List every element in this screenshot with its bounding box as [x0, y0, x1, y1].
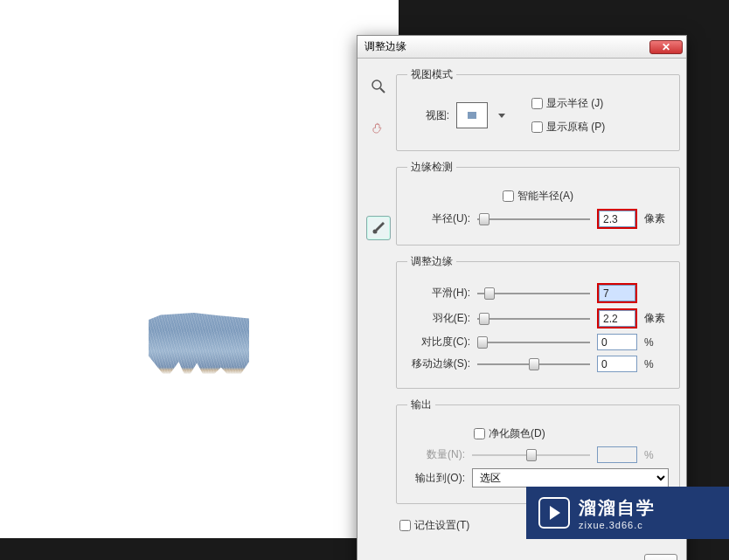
feather-unit: 像素 — [644, 311, 669, 326]
output-legend: 输出 — [407, 398, 435, 412]
show-radius-checkbox[interactable]: 显示半径 (J) — [531, 96, 605, 111]
output-to-select[interactable]: 选区 — [472, 468, 669, 487]
feather-input[interactable] — [599, 310, 635, 327]
amount-input — [597, 446, 637, 463]
radius-highlight — [597, 209, 637, 229]
close-button[interactable]: ✕ — [649, 40, 683, 54]
view-label: 视图: — [407, 108, 449, 123]
output-to-label: 输出到(O): — [407, 471, 465, 486]
amount-slider — [472, 454, 590, 456]
refine-edge-dialog: 调整边缘 ✕ 视图模式 视图: — [357, 35, 687, 560]
hand-icon — [371, 121, 386, 136]
radius-label: 半径(U): — [407, 211, 470, 226]
dialog-title: 调整边缘 — [364, 39, 406, 54]
view-mode-group: 视图模式 视图: 显示半径 (J) 显示原稿 (P) — [396, 67, 680, 151]
brush-icon — [371, 220, 386, 236]
view-menu-icon[interactable] — [498, 114, 505, 118]
shift-edge-label: 移动边缘(S): — [407, 356, 470, 371]
dialog-titlebar[interactable]: 调整边缘 ✕ — [358, 36, 686, 59]
play-icon — [538, 497, 570, 529]
shift-edge-input[interactable] — [597, 356, 637, 372]
remember-settings-checkbox[interactable]: 记住设置(T) — [399, 518, 469, 533]
radius-slider[interactable] — [477, 218, 590, 220]
contrast-input[interactable] — [597, 334, 637, 350]
view-mode-legend: 视图模式 — [407, 67, 456, 82]
show-original-checkbox[interactable]: 显示原稿 (P) — [531, 120, 605, 135]
hand-tool-button[interactable] — [366, 116, 391, 141]
smooth-highlight — [597, 283, 637, 303]
adjust-edge-group: 调整边缘 平滑(H): 羽化(E): 像素 — [396, 254, 680, 389]
close-icon: ✕ — [662, 42, 670, 52]
decontaminate-checkbox[interactable]: 净化颜色(D) — [474, 426, 545, 441]
watermark-title: 溜溜自学 — [579, 496, 656, 520]
view-thumbnail-button[interactable] — [456, 102, 488, 128]
feather-highlight — [597, 308, 637, 328]
feather-slider[interactable] — [477, 318, 590, 320]
zoom-icon — [371, 79, 386, 94]
amount-unit: % — [644, 449, 669, 461]
smooth-slider[interactable] — [477, 293, 590, 294]
contrast-label: 对比度(C): — [407, 335, 470, 349]
edge-detection-group: 边缘检测 智能半径(A) 半径(U): 像素 — [396, 160, 680, 245]
ok-button[interactable] — [644, 554, 677, 560]
smooth-label: 平滑(H): — [407, 286, 470, 301]
dialog-footer — [358, 549, 686, 560]
smart-radius-checkbox[interactable]: 智能半径(A) — [503, 189, 573, 204]
svg-line-1 — [380, 88, 385, 93]
adjust-edge-legend: 调整边缘 — [407, 254, 456, 269]
tool-column — [366, 67, 391, 538]
contrast-unit: % — [644, 336, 669, 349]
svg-point-2 — [373, 230, 378, 234]
watermark: 溜溜自学 zixue.3d66.c — [526, 487, 729, 539]
edge-detection-legend: 边缘检测 — [407, 160, 456, 175]
canvas — [0, 0, 399, 538]
zoom-tool-button[interactable] — [366, 74, 391, 99]
shift-edge-slider[interactable] — [477, 363, 590, 365]
feather-label: 羽化(E): — [407, 311, 470, 326]
denim-preview — [149, 313, 249, 383]
watermark-subtitle: zixue.3d66.c — [579, 520, 656, 530]
radius-input[interactable] — [599, 211, 635, 227]
shift-edge-unit: % — [644, 358, 669, 370]
amount-label: 数量(N): — [407, 447, 465, 462]
smooth-input[interactable] — [599, 285, 635, 301]
refine-brush-button[interactable] — [366, 216, 391, 240]
svg-point-0 — [372, 80, 381, 89]
contrast-slider[interactable] — [477, 342, 590, 343]
radius-unit: 像素 — [644, 211, 669, 226]
